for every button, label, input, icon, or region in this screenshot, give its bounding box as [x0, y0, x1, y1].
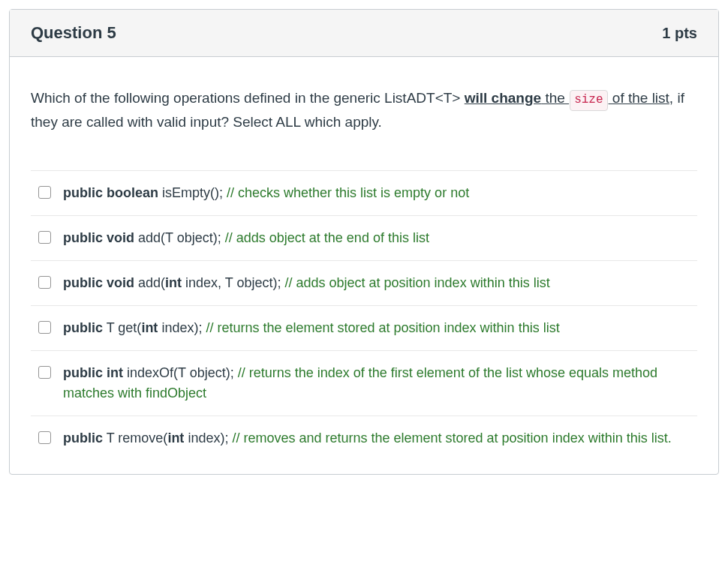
keyword: public void [63, 230, 134, 245]
signature: isEmpty(); [158, 185, 227, 200]
signature: add(T object); [134, 230, 225, 245]
question-points: 1 pts [662, 25, 697, 42]
question-title: Question 5 [31, 23, 116, 43]
answer-row: public T get(int index); // returns the … [31, 305, 697, 350]
answer-checkbox-1[interactable] [38, 231, 51, 244]
answer-checkbox-4[interactable] [38, 366, 51, 379]
prompt-the-1: the [541, 90, 569, 106]
comment: // checks whether this list is empty or … [227, 185, 469, 200]
keyword: public [63, 430, 103, 446]
answer-checkbox-5[interactable] [38, 431, 51, 444]
keyword: public boolean [63, 185, 158, 200]
answer-row: public void add(T object); // adds objec… [31, 215, 697, 260]
signature: index); [158, 320, 206, 335]
question-body: Which of the following operations define… [10, 57, 718, 170]
answer-checkbox-3[interactable] [38, 321, 51, 334]
answer-row: public T remove(int index); // removes a… [31, 416, 697, 460]
question-prompt: Which of the following operations define… [31, 87, 697, 133]
answers-list: public boolean isEmpty(); // checks whet… [10, 170, 718, 474]
keyword: int [165, 275, 182, 290]
answer-label-2: public void add(int index, T object); //… [63, 273, 550, 293]
keyword: int [167, 430, 184, 446]
signature: T get( [103, 320, 141, 335]
question-header: Question 5 1 pts [10, 10, 718, 57]
signature: index, T object); [182, 275, 284, 290]
answer-row: public int indexOf(T object); // returns… [31, 350, 697, 416]
signature: T remove( [103, 430, 167, 446]
signature: index); [184, 430, 232, 446]
answer-label-0: public boolean isEmpty(); // checks whet… [63, 183, 469, 203]
comment: // returns the element stored at positio… [206, 320, 559, 335]
keyword: public void [63, 275, 134, 290]
keyword: public int [63, 365, 123, 380]
answer-label-1: public void add(T object); // adds objec… [63, 228, 429, 248]
prompt-of-the-list: of the list [609, 90, 669, 106]
answer-checkbox-2[interactable] [38, 276, 51, 289]
answer-label-3: public T get(int index); // returns the … [63, 318, 560, 338]
comment: // removes and returns the element store… [232, 430, 671, 446]
comment: // adds object at the end of this list [225, 230, 429, 245]
answer-row: public boolean isEmpty(); // checks whet… [31, 170, 697, 215]
answer-label-5: public T remove(int index); // removes a… [63, 428, 672, 448]
question-card: Question 5 1 pts Which of the following … [9, 9, 719, 475]
keyword: public [63, 320, 103, 335]
signature: add( [134, 275, 165, 290]
answer-checkbox-0[interactable] [38, 186, 51, 199]
comment: // adds object at position index within … [284, 275, 549, 290]
answer-row: public void add(int index, T object); //… [31, 260, 697, 305]
keyword: int [141, 320, 158, 335]
answer-label-4: public int indexOf(T object); // returns… [63, 363, 690, 404]
size-code-badge: size [570, 90, 607, 111]
signature: indexOf(T object); [123, 365, 238, 380]
prompt-text-1: Which of the following operations define… [31, 90, 465, 106]
prompt-will-change: will change [465, 90, 541, 106]
